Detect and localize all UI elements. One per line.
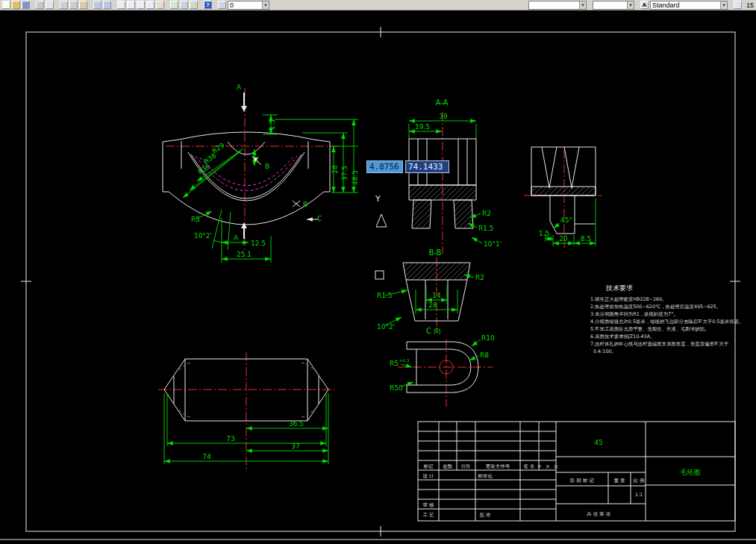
section-marker-label: B xyxy=(265,163,269,170)
layer-combo-value: 0 xyxy=(230,1,262,9)
dim-label: 39 xyxy=(439,113,448,120)
drawing-canvas[interactable]: A A B B C R29 R38 R36 11 1.5 28 37.5 48.… xyxy=(0,10,756,544)
tech-req-title: 技术要求 xyxy=(605,284,633,292)
part-name-label: 毛坯图 xyxy=(680,469,701,476)
tech-req-line: 4.分模面错移允许0.5毫米，错移的飞边部分去除后不大于0.5毫米痕迹。 xyxy=(590,319,743,325)
section-marker-label: B xyxy=(303,201,307,208)
new-file-icon[interactable] xyxy=(2,1,10,9)
text-style-icon[interactable]: A xyxy=(640,1,649,9)
dim-label: 28 xyxy=(331,165,339,174)
regen-icon[interactable] xyxy=(170,1,178,9)
dim-label: 8.5 xyxy=(581,235,591,243)
dim-label: 1.5 xyxy=(539,230,549,237)
dim-label: 10°1' xyxy=(484,240,502,248)
dim-label: 36.5 xyxy=(289,420,304,428)
titleblock-label: 阶 段 标 记 xyxy=(570,478,595,484)
drawing-area[interactable]: A A B B C R29 R38 R36 11 1.5 28 37.5 48.… xyxy=(0,10,756,544)
dim-label: R5 xyxy=(390,360,399,367)
titleblock-label: 标准化 xyxy=(477,473,493,479)
zoom-all-icon[interactable] xyxy=(146,1,154,9)
scale-value: 1:1 xyxy=(635,492,643,498)
layers-icon[interactable] xyxy=(180,1,188,9)
tech-req-line: 3.未注明圆角半径为R1，拔模斜度为7°。 xyxy=(590,311,678,317)
view-section-bb[interactable]: B-B R2 R1.5 14 28 10°2' xyxy=(377,248,484,332)
toolbar-overflow-label: 15 xyxy=(746,1,754,9)
dim-label: 37.5 xyxy=(341,166,349,181)
layer-combo[interactable]: 0▼ xyxy=(228,1,269,10)
redo-icon[interactable] xyxy=(103,1,111,9)
linetype-combo[interactable]: ▼ xyxy=(593,1,634,10)
dropdown-arrow-icon[interactable]: ▼ xyxy=(720,1,727,9)
dim-label: R8 xyxy=(480,351,489,359)
zoom-in-icon[interactable] xyxy=(117,1,125,9)
main-toolbar: ?0▼▼▼AStandard▼15 xyxy=(0,0,756,10)
titleblock-label: 更改文件号 xyxy=(486,463,510,469)
view-plan[interactable]: 36.5 73 37 74 xyxy=(158,352,334,470)
text-style-combo-value: Standard xyxy=(652,1,720,9)
help-icon[interactable]: ? xyxy=(204,1,212,9)
color-combo[interactable]: ▼ xyxy=(528,1,587,10)
paste-icon[interactable] xyxy=(79,1,87,9)
section-title: A-A xyxy=(436,99,449,107)
coord-y-input[interactable]: 74.1433 xyxy=(405,160,449,173)
dim-label: R50 xyxy=(390,384,403,392)
dim-label: 11 xyxy=(252,155,260,163)
dim-label: R2 xyxy=(475,274,484,281)
dim-label: 28 xyxy=(428,301,437,309)
material-label: 45 xyxy=(594,439,602,446)
view-c[interactable]: C 向 R10 R8 R5 +0.3 R50 xyxy=(390,327,495,407)
dim-label: 25.1 xyxy=(237,251,252,258)
tech-req-line: 7.连杆体孔的中心线与连杆盖端面支承面垂直，垂直度偏差不大于 xyxy=(590,341,729,347)
up-arrow-marker xyxy=(376,214,387,227)
undo-icon[interactable] xyxy=(93,1,101,9)
dropdown-arrow-icon[interactable]: ▼ xyxy=(627,1,634,9)
dim-tolerance-label: +0.3 xyxy=(399,358,410,363)
dim-label: R1.5 xyxy=(478,225,494,232)
titleblock-label: 分区 xyxy=(461,463,472,469)
plot-icon[interactable] xyxy=(36,1,44,9)
print-preview-icon[interactable] xyxy=(46,1,54,9)
view-detail[interactable]: 45° 1.5 20 8.5 xyxy=(524,147,602,248)
pan-icon[interactable] xyxy=(156,1,164,9)
dim-label: 12.5 xyxy=(251,240,266,247)
dim-label: R1.5 xyxy=(377,292,393,299)
properties-icon[interactable] xyxy=(190,1,198,9)
tech-req-line: 5.不加工表面应光滑平整、无裂纹、夹渣、毛刺等缺陷。 xyxy=(590,326,709,332)
zoom-window-icon[interactable] xyxy=(137,1,145,9)
cut-icon[interactable] xyxy=(60,1,68,9)
dropdown-arrow-icon[interactable]: ▼ xyxy=(579,1,586,9)
text-style-combo[interactable]: Standard▼ xyxy=(650,1,728,10)
dim-label: 10°2' xyxy=(194,232,212,240)
table-style-icon[interactable] xyxy=(734,1,742,9)
copy-icon[interactable] xyxy=(69,1,78,9)
titleblock-label: 工 艺 xyxy=(422,512,434,518)
dim-label: 10°2' xyxy=(377,323,395,331)
zoom-out-icon[interactable] xyxy=(127,1,135,9)
tech-req-line: 0.4:100。 xyxy=(593,348,616,354)
dropdown-arrow-icon[interactable]: ▼ xyxy=(262,1,269,9)
section-title: B-B xyxy=(429,248,442,257)
tech-req-line: 1.锻坯正火处理硬度HB228~269。 xyxy=(590,296,667,302)
dim-label: 37 xyxy=(291,443,299,450)
view-section-aa[interactable]: A-A 39 19.5 R2 R1.5 10°1' xyxy=(409,99,502,254)
view-front[interactable]: A A B B C R29 R38 R36 11 1.5 28 37.5 48.… xyxy=(163,84,359,263)
tech-req-line: 2.热处理前加热温度500~620℃，热处理后温度495~625。 xyxy=(590,304,721,310)
coord-x-input[interactable]: 4.8756 xyxy=(366,160,403,173)
axis-markers: Y xyxy=(375,194,387,279)
titleblock-label: 标记 xyxy=(423,463,434,469)
open-file-icon[interactable] xyxy=(12,1,20,9)
dim-label: 74 xyxy=(202,453,211,460)
titleblock-label: 签 名 xyxy=(523,463,534,469)
titleblock-label: 设 计 xyxy=(422,473,434,479)
sheet-frame xyxy=(0,27,756,540)
dim-label: 14 xyxy=(432,292,441,299)
tech-req-line: 6.表面技术要求按JZ10-43A。 xyxy=(590,334,655,340)
layer-state-icon[interactable] xyxy=(218,1,226,9)
dim-label: 1.5 xyxy=(269,119,276,130)
dim-label: 73 xyxy=(226,435,234,443)
titleblock-label: 比 例 xyxy=(633,478,644,484)
save-file-icon[interactable] xyxy=(22,1,30,9)
technical-requirements: 技术要求 1.锻坯正火处理硬度HB228~269。 2.热处理前加热温度500~… xyxy=(590,284,743,354)
view-title: C 向 xyxy=(426,327,441,335)
dim-label: R2 xyxy=(482,210,491,217)
